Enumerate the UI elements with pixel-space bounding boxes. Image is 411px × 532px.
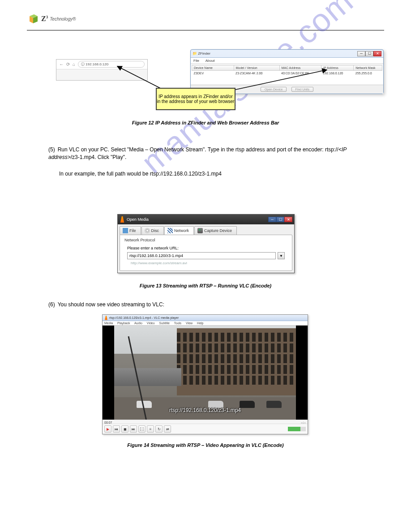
- stream-url-overlay: rtsp://192.168.0.120/z3-1.mp4: [169, 407, 241, 413]
- menu-tools[interactable]: Tools: [174, 322, 181, 325]
- logo-letter: Z: [41, 15, 46, 22]
- device-table: Device Name Model / Version MAC Address …: [192, 65, 382, 84]
- car-icon: [266, 401, 282, 408]
- step-5-line2: In our example, the full path would be r…: [59, 170, 222, 178]
- col-device-name[interactable]: Device Name: [192, 65, 234, 71]
- figure-13-caption: Figure 13 Streaming with RTSP – Running …: [0, 283, 411, 288]
- next-button[interactable]: ⏭: [130, 425, 137, 433]
- player-menu: Media Playback Audio Video Subtitle Tool…: [103, 321, 308, 326]
- find-units-button[interactable]: Find Units: [291, 87, 314, 92]
- address-text: 192.168.0.120: [86, 62, 108, 66]
- disc-icon: [145, 228, 150, 233]
- menu-file[interactable]: File: [193, 59, 199, 63]
- cell-model: Z3·Z3CAM-4K 2.00: [234, 71, 279, 76]
- cell-ip: 192.168.0.120: [321, 71, 354, 76]
- logo-text: Z3: [41, 15, 48, 23]
- home-icon: ⌂: [73, 62, 75, 67]
- logo-cube-icon: [27, 13, 39, 25]
- player-titlebar: rtsp://192.168.0.120/z3-1.mp4 - VLC medi…: [103, 315, 308, 321]
- table-row[interactable]: Z3DEV Z3·Z3CAM-4K 2.00 40:CD:3A:02:CE:BF…: [192, 71, 382, 76]
- callout-note: IP address appears in ZFinder and/or in …: [156, 88, 235, 110]
- menu-help[interactable]: Help: [197, 322, 203, 325]
- figure-14-caption: Figure 14 Streaming with RTSP – Video Ap…: [0, 442, 411, 448]
- player-title-text: rtsp://192.168.0.120/z3-1.mp4 - VLC medi…: [109, 316, 179, 319]
- time-elapsed: 00:07: [104, 421, 112, 423]
- col-ip[interactable]: IP Address: [321, 65, 354, 71]
- dropdown-button[interactable]: ▼: [278, 252, 285, 259]
- tab-file[interactable]: File: [120, 226, 141, 235]
- col-mask[interactable]: Network Mask: [354, 65, 382, 71]
- vlc-cone-icon: [120, 216, 125, 223]
- network-panel: Network Protocol Please enter a network …: [120, 235, 292, 271]
- capture-icon: [197, 228, 203, 233]
- callout-text: IP address appears in ZFinder and/or in …: [157, 94, 235, 104]
- menu-about[interactable]: About: [206, 59, 215, 63]
- maximize-button[interactable]: ☐: [365, 51, 373, 56]
- stop-button[interactable]: ◼: [121, 425, 128, 433]
- network-url-input[interactable]: [127, 252, 276, 259]
- vlc-player-window: rtsp://192.168.0.120/z3-1.mp4 - VLC medi…: [102, 314, 308, 434]
- logo-subtext: Technology®: [50, 17, 76, 21]
- building: [177, 328, 296, 395]
- network-protocol-label: Network Protocol: [124, 238, 287, 242]
- overpass: [114, 368, 181, 386]
- menu-media[interactable]: Media: [104, 322, 113, 325]
- maximize-button[interactable]: ☐: [276, 217, 284, 222]
- vlc-open-media-dialog: Open Media ─ ☐ ✕ File Disc Network Captu…: [117, 214, 295, 273]
- menu-playback[interactable]: Playback: [117, 322, 130, 325]
- video-canvas: rtsp://192.168.0.120/z3-1.mp4: [103, 326, 308, 420]
- zfinder-menu: File About: [191, 58, 383, 64]
- network-icon: [167, 228, 173, 233]
- tab-disc[interactable]: Disc: [141, 226, 164, 235]
- info-icon: ⓘ: [81, 62, 85, 67]
- volume-slider[interactable]: [288, 427, 306, 431]
- zfinder-title: 📁 ZFinder: [193, 51, 210, 56]
- zfinder-window: 📁 ZFinder ─ ☐ ✕ File About Device Name M…: [190, 49, 384, 94]
- player-controls: ▶ ⏮ ◼ ⏭ ⛶ ≡ ↻ ⇄: [103, 424, 308, 434]
- tab-network[interactable]: Network: [164, 226, 194, 235]
- figure-12-caption: Figure 12 IP Address in ZFinder and Web …: [0, 120, 411, 125]
- logo: Z3 Technology®: [27, 13, 384, 25]
- prev-button[interactable]: ⏮: [113, 425, 120, 433]
- zfinder-titlebar: 📁 ZFinder ─ ☐ ✕: [191, 50, 383, 58]
- minimize-button[interactable]: ─: [357, 51, 365, 56]
- page-header: Z3 Technology®: [27, 13, 384, 30]
- address-bar[interactable]: ⓘ 192.168.0.120: [78, 61, 145, 68]
- close-button[interactable]: ✕: [373, 51, 381, 56]
- vlc-title: Open Media: [127, 217, 149, 222]
- vlc-tabs: File Disc Network Capture Device: [120, 226, 292, 235]
- car-icon: [240, 401, 255, 408]
- menu-video[interactable]: Video: [147, 322, 155, 325]
- reload-icon: ⟳: [66, 62, 70, 67]
- col-mac[interactable]: MAC Address: [279, 65, 321, 71]
- shuffle-button[interactable]: ⇄: [164, 425, 171, 433]
- open-device-button[interactable]: Open Device: [261, 87, 287, 92]
- loop-button[interactable]: ↻: [155, 425, 163, 433]
- browser-screenshot: ← ⟳ ⌂ ⓘ 192.168.0.120: [56, 59, 148, 81]
- close-button[interactable]: ✕: [284, 217, 292, 222]
- menu-subtitle[interactable]: Subtitle: [159, 322, 170, 325]
- cell-mask: 255.255.0.0: [354, 71, 382, 76]
- col-model[interactable]: Model / Version: [234, 65, 279, 71]
- url-prompt: Please enter a network URL:: [127, 246, 287, 250]
- back-icon: ←: [59, 62, 64, 67]
- tab-capture[interactable]: Capture Device: [194, 226, 237, 235]
- time-total: --:--: [301, 421, 306, 423]
- step-6: (6)You should now see video streaming to…: [48, 301, 164, 309]
- vlc-cone-icon: [104, 316, 108, 320]
- timeline[interactable]: 00:07 --:--: [103, 420, 308, 424]
- vlc-titlebar: Open Media ─ ☐ ✕: [118, 215, 294, 224]
- menu-audio[interactable]: Audio: [134, 322, 142, 325]
- file-icon: [123, 228, 128, 233]
- cell-mac: 40:CD:3A:02:CE:BF: [279, 71, 321, 76]
- play-button[interactable]: ▶: [104, 425, 111, 433]
- fullscreen-button[interactable]: ⛶: [138, 425, 146, 433]
- playlist-button[interactable]: ≡: [147, 425, 154, 433]
- logo-sup: 3: [46, 15, 48, 19]
- minimize-button[interactable]: ─: [268, 217, 276, 222]
- menu-view[interactable]: View: [186, 322, 193, 325]
- step-5: (5)Run VLC on your PC. Select "Media – O…: [48, 146, 371, 161]
- table-header-row: Device Name Model / Version MAC Address …: [192, 65, 382, 71]
- url-hint: http://www.example.com/stream.avi: [131, 261, 287, 265]
- cell-device-name: Z3DEV: [192, 71, 234, 76]
